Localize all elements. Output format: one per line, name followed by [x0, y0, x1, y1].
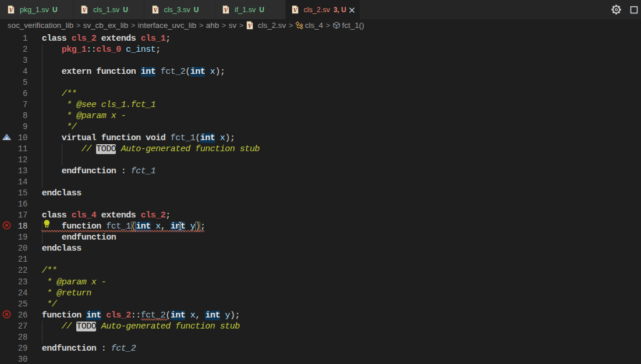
- svg-text:V: V: [224, 8, 228, 13]
- svg-text:V: V: [153, 8, 157, 13]
- svg-text:V: V: [247, 23, 252, 29]
- svg-text:V: V: [9, 8, 13, 13]
- svg-text:V: V: [83, 8, 87, 13]
- svg-text:V: V: [293, 8, 297, 13]
